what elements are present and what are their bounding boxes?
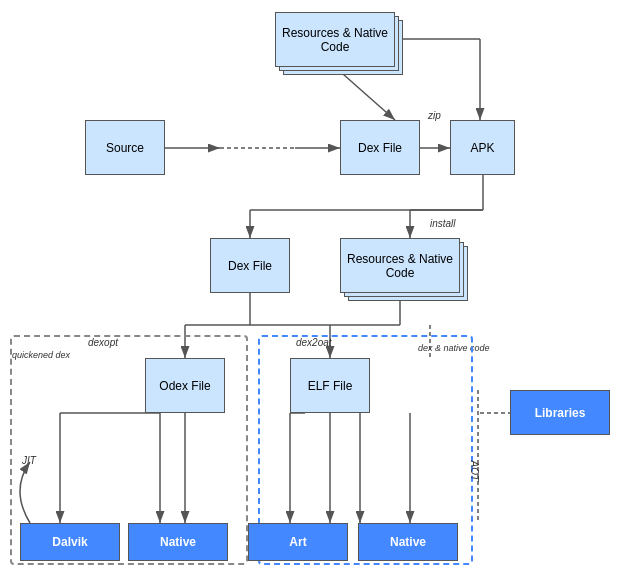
libraries-label: Libraries: [535, 406, 586, 420]
aot-label: AOT: [469, 461, 480, 482]
zip-label: zip: [428, 110, 441, 121]
libraries-box: Libraries: [510, 390, 610, 435]
jit-label: JIT: [22, 455, 36, 466]
apk-box: APK: [450, 120, 515, 175]
native-dalvik-label: Native: [160, 535, 196, 549]
resources-native-mid-label: Resources & Native Code: [341, 252, 459, 280]
dex-file-mid-box: Dex File: [210, 238, 290, 293]
resources-native-front-mid: Resources & Native Code: [340, 238, 460, 293]
dex-file-mid-label: Dex File: [228, 259, 272, 273]
dex-file-top-box: Dex File: [340, 120, 420, 175]
dex-file-top-label: Dex File: [358, 141, 402, 155]
elf-file-box: ELF File: [290, 358, 370, 413]
dalvik-label: Dalvik: [52, 535, 87, 549]
source-label: Source: [106, 141, 144, 155]
elf-file-label: ELF File: [308, 379, 353, 393]
resources-native-front-top: Resources & Native Code: [275, 12, 395, 67]
source-box: Source: [85, 120, 165, 175]
native-art-label: Native: [390, 535, 426, 549]
apk-label: APK: [470, 141, 494, 155]
resources-native-top-stacked: Resources & Native Code: [275, 12, 405, 72]
dalvik-box: Dalvik: [20, 523, 120, 561]
resources-native-top-label: Resources & Native Code: [276, 26, 394, 54]
art-box: Art: [248, 523, 348, 561]
diagram: Resources & Native Code Source Dex File …: [0, 0, 640, 583]
native-dalvik-box: Native: [128, 523, 228, 561]
install-label: install: [430, 218, 456, 229]
resources-native-mid-stacked: Resources & Native Code: [340, 238, 470, 301]
odex-file-label: Odex File: [159, 379, 210, 393]
art-label: Art: [289, 535, 306, 549]
native-art-box: Native: [358, 523, 458, 561]
odex-file-box: Odex File: [145, 358, 225, 413]
